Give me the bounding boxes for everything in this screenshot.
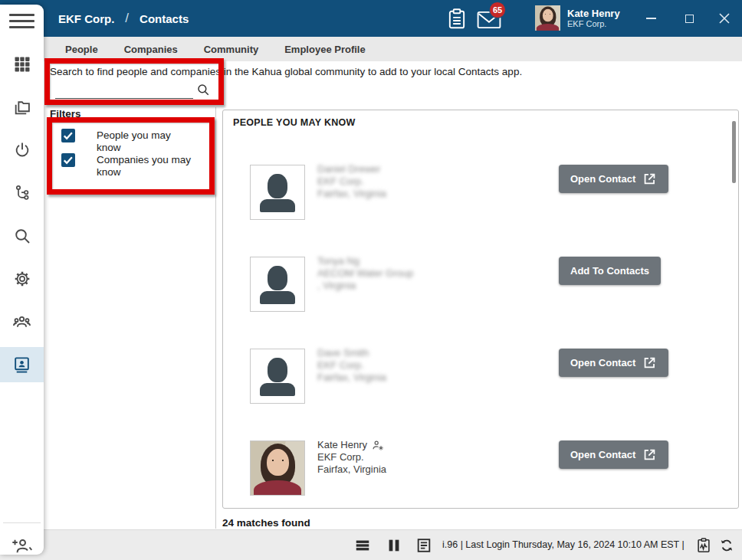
external-link-icon bbox=[642, 172, 657, 186]
hamburger-menu-icon[interactable] bbox=[9, 14, 34, 31]
sync-refresh-icon[interactable] bbox=[718, 537, 735, 554]
search-input[interactable] bbox=[55, 79, 193, 99]
avatar-placeholder bbox=[250, 165, 305, 220]
contact-location: Fairfax, Virginia bbox=[317, 463, 386, 476]
contact-company: EKF Corp. bbox=[317, 175, 386, 188]
sidebar-item-community[interactable] bbox=[0, 304, 44, 339]
contact-name: Tonya Ng bbox=[317, 255, 360, 267]
button-label: Open Contact bbox=[570, 449, 635, 460]
open-contact-button[interactable]: Open Contact bbox=[559, 165, 668, 193]
filter-label: Companies you may know bbox=[97, 153, 193, 178]
panel-divider bbox=[215, 107, 216, 529]
status-bar: i.96 | Last Login Thursday, May 16, 2024… bbox=[0, 529, 742, 560]
contact-row: Daniel Drewer EKF Corp. Fairfax, Virgini… bbox=[223, 156, 738, 247]
contact-location: , Virginia bbox=[317, 280, 413, 292]
add-to-contacts-button[interactable]: Add To Contacts bbox=[559, 257, 661, 285]
power-icon bbox=[13, 141, 31, 159]
search-icon bbox=[13, 227, 31, 245]
people-you-may-know-panel: PEOPLE YOU MAY KNOW Daniel Drewer EKF Co… bbox=[222, 110, 739, 509]
person-silhouette-icon bbox=[251, 165, 304, 219]
search-instruction-text: Search to find people and companies in t… bbox=[50, 66, 522, 77]
sidebar-divider bbox=[3, 522, 41, 523]
filter-label: People you may know bbox=[97, 129, 193, 154]
sidebar-item-add-contact[interactable] bbox=[0, 529, 44, 560]
section-title: PEOPLE YOU MAY KNOW bbox=[233, 117, 356, 128]
search-icon[interactable] bbox=[196, 83, 210, 97]
filters-heading: Filters bbox=[50, 108, 81, 120]
contact-info-blurred: Dave Smith EKF Corp. Fairfax, Virginia bbox=[317, 347, 386, 384]
unread-count-badge: 65 bbox=[489, 2, 506, 18]
person-silhouette-icon bbox=[251, 349, 304, 403]
sidebar-item-settings[interactable] bbox=[0, 261, 44, 296]
external-link-icon bbox=[642, 355, 657, 370]
contact-info: Kate Henry EKF Corp. Fairfax, Virginia bbox=[317, 439, 386, 476]
last-login-status-text: i.96 | Last Login Thursday, May 16, 2024… bbox=[442, 539, 685, 550]
avatar bbox=[535, 5, 560, 31]
sidebar-item-contacts[interactable] bbox=[0, 347, 44, 382]
sidebar-item-projects[interactable] bbox=[0, 90, 44, 125]
global-search-field bbox=[55, 79, 210, 100]
contact-photo bbox=[250, 440, 305, 496]
app-sidebar bbox=[0, 5, 44, 555]
contact-name: Daniel Drewer bbox=[317, 163, 380, 175]
pause-icon[interactable] bbox=[386, 537, 402, 554]
filter-people-you-may-know[interactable]: People you may know bbox=[61, 129, 193, 154]
contact-info-blurred: Tonya Ng AECOM Water Group , Virginia bbox=[317, 255, 413, 292]
contact-card-icon bbox=[12, 355, 31, 375]
gear-icon bbox=[13, 270, 31, 288]
folders-icon bbox=[12, 98, 31, 117]
workflow-branch-icon bbox=[13, 184, 31, 202]
top-bar: EKF Corp. / Contacts 65 Kate Henry bbox=[0, 0, 742, 37]
contact-row: Tonya Ng AECOM Water Group , Virginia Ad… bbox=[223, 247, 738, 339]
avatar-placeholder bbox=[250, 349, 305, 404]
matches-found-count: 24 matches found bbox=[222, 517, 310, 529]
contact-company: AECOM Water Group bbox=[317, 267, 413, 280]
open-contact-button[interactable]: Open Contact bbox=[559, 440, 668, 469]
tab-people[interactable]: People bbox=[65, 44, 98, 55]
add-person-icon bbox=[11, 537, 33, 555]
tab-employee-profile[interactable]: Employee Profile bbox=[284, 44, 365, 55]
tab-bar: People Companies Community Employee Prof… bbox=[44, 37, 742, 61]
open-contact-button[interactable]: Open Contact bbox=[559, 349, 668, 377]
close-button[interactable] bbox=[718, 12, 731, 25]
contact-location: Fairfax, Virginia bbox=[317, 188, 386, 200]
contact-info-blurred: Daniel Drewer EKF Corp. Fairfax, Virgini… bbox=[317, 163, 386, 200]
user-menu[interactable]: Kate Henry EKF Corp. bbox=[535, 5, 620, 31]
contact-name: Kate Henry bbox=[317, 439, 367, 451]
breadcrumb-company[interactable]: EKF Corp. bbox=[58, 12, 114, 25]
queue-lines-icon[interactable] bbox=[354, 537, 371, 554]
apps-grid-icon bbox=[13, 55, 31, 74]
contact-location: Fairfax, Virginia bbox=[317, 372, 386, 384]
user-name: Kate Henry bbox=[567, 8, 620, 19]
people-group-icon bbox=[12, 313, 31, 332]
sidebar-item-workflow[interactable] bbox=[0, 175, 44, 211]
tab-community[interactable]: Community bbox=[204, 44, 259, 55]
contact-row: Dave Smith EKF Corp. Fairfax, Virginia O… bbox=[223, 339, 738, 431]
contact-company: EKF Corp. bbox=[317, 451, 386, 463]
sidebar-item-apps[interactable] bbox=[0, 47, 44, 82]
maximize-button[interactable] bbox=[683, 12, 695, 25]
person-silhouette-icon bbox=[251, 257, 304, 311]
tasks-clipboard-icon[interactable] bbox=[447, 8, 468, 30]
user-org: EKF Corp. bbox=[567, 19, 620, 29]
tab-companies[interactable]: Companies bbox=[124, 44, 178, 55]
button-label: Open Contact bbox=[570, 173, 635, 185]
breadcrumb-separator: / bbox=[125, 11, 129, 26]
contact-company: EKF Corp. bbox=[317, 359, 386, 372]
button-label: Open Contact bbox=[570, 357, 635, 368]
sidebar-item-search[interactable] bbox=[0, 218, 44, 254]
avatar-placeholder bbox=[250, 257, 305, 312]
checkbox-checked-icon[interactable] bbox=[61, 129, 75, 142]
report-clipboard-icon[interactable] bbox=[695, 537, 712, 554]
breadcrumb: EKF Corp. / Contacts bbox=[58, 0, 189, 37]
log-document-icon[interactable] bbox=[415, 537, 432, 554]
person-gear-admin-icon bbox=[372, 440, 384, 451]
page-title: Contacts bbox=[140, 12, 189, 25]
sidebar-item-power[interactable] bbox=[0, 133, 44, 168]
button-label: Add To Contacts bbox=[570, 265, 649, 277]
checkbox-checked-icon[interactable] bbox=[61, 153, 75, 167]
filter-companies-you-may-know[interactable]: Companies you may know bbox=[61, 153, 193, 178]
contact-name: Dave Smith bbox=[317, 347, 369, 359]
contact-row: Kate Henry EKF Corp. Fairfax, Virginia O… bbox=[223, 431, 738, 523]
minimize-button[interactable] bbox=[645, 12, 657, 25]
